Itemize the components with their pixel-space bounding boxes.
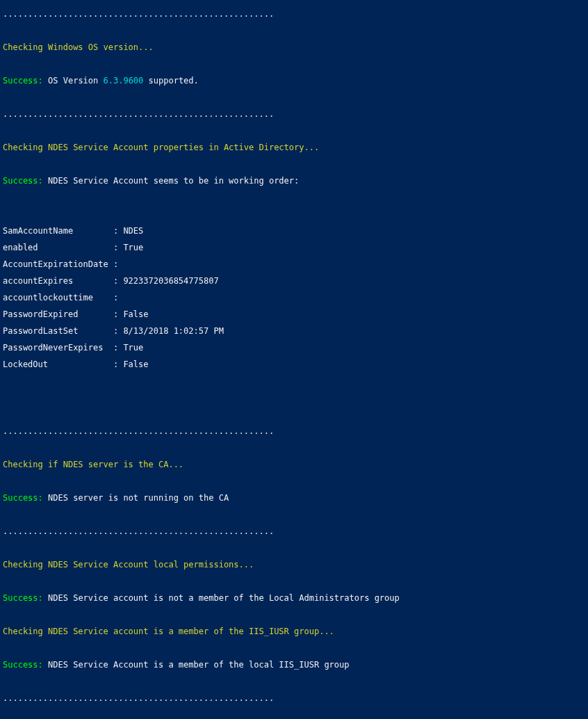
check-header-localperm: Checking NDES Service Account local perm… [3, 560, 254, 569]
powershell-console-output: ........................................… [0, 0, 588, 719]
ad-prop: accountExpires : 9223372036854775807 [3, 276, 219, 286]
ad-prop: AccountExpirationDate : [3, 259, 118, 269]
success-label: Success: [3, 76, 48, 86]
text: supported. [143, 76, 198, 86]
check-header-os: Checking Windows OS version... [3, 42, 154, 52]
os-version: 6.3.9600 [104, 76, 144, 86]
ad-prop: PasswordLastSet : 8/13/2018 1:02:57 PM [3, 326, 224, 336]
ad-prop: SamAccountName : NDES [3, 226, 143, 236]
text: NDES Service account is not a member of … [48, 593, 400, 603]
text: NDES Service Account seems to be in work… [48, 176, 299, 186]
ad-prop: LockedOut : False [3, 360, 149, 369]
success-label: Success: [3, 176, 48, 186]
success-label: Success: [3, 593, 48, 603]
text: NDES Service Account is a member of the … [48, 660, 349, 670]
success-label: Success: [3, 493, 48, 503]
check-header-ca: Checking if NDES server is the CA... [3, 460, 183, 469]
ad-prop: accountlockouttime : [3, 293, 118, 302]
divider: ........................................… [3, 693, 274, 703]
check-header-iisiusr: Checking NDES Service account is a membe… [3, 627, 334, 636]
check-header-ad: Checking NDES Service Account properties… [3, 143, 319, 152]
divider: ........................................… [3, 109, 274, 119]
ad-prop: enabled : True [3, 243, 143, 252]
divider: ........................................… [3, 426, 274, 436]
ad-prop: PasswordExpired : False [3, 309, 149, 319]
success-label: Success: [3, 660, 48, 670]
divider: ........................................… [3, 9, 274, 19]
divider: ........................................… [3, 526, 274, 536]
text: NDES server is not running on the CA [48, 493, 229, 503]
text: OS Version [48, 76, 103, 86]
ad-prop: PasswordNeverExpires : True [3, 343, 143, 353]
